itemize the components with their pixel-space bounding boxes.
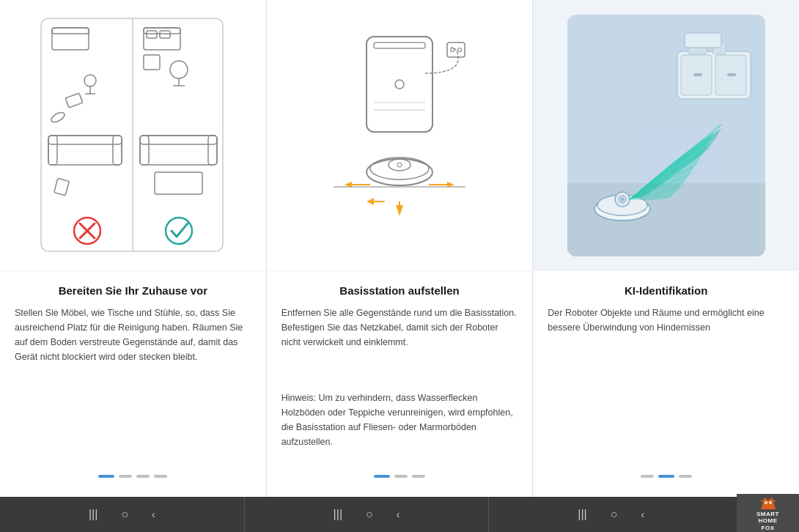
dot-3	[136, 475, 150, 478]
nav-back-icon[interactable]: ‹	[152, 509, 155, 520]
nav-menu-icon[interactable]: |||	[89, 508, 97, 521]
screen-2: Basisstation aufstellen Entfernen Sie al…	[267, 0, 534, 497]
svg-point-42	[397, 163, 402, 167]
screen-3-pagination	[548, 468, 784, 488]
nav-home-icon-2[interactable]: ○	[366, 508, 373, 521]
screen-3-title: KI-Identifikation	[548, 284, 784, 297]
dot-1	[641, 475, 654, 478]
svg-rect-31	[367, 37, 432, 132]
screen-3-text: Der Roboter Objekte und Räume und ermögl…	[548, 306, 784, 468]
screen-3-content: KI-Identifikation Der Roboter Objekte un…	[533, 271, 799, 497]
screen-1-title: Bereiten Sie Ihr Zuhause vor	[15, 284, 251, 297]
svg-point-38	[458, 48, 462, 51]
dot-active	[658, 475, 674, 478]
nav-back-icon-3[interactable]: ‹	[641, 509, 644, 520]
nav-section-1: ||| ○ ‹	[0, 497, 245, 532]
svg-rect-0	[41, 18, 223, 251]
svg-marker-50	[367, 198, 374, 205]
svg-point-33	[395, 80, 404, 89]
dot-active	[374, 475, 390, 478]
floorplan-illustration	[37, 15, 228, 256]
nav-home-icon-3[interactable]: ○	[611, 508, 618, 521]
svg-rect-58	[727, 73, 736, 76]
svg-point-67	[621, 198, 624, 201]
nav-bar: ||| ○ ‹ ||| ○ ‹ ||| ○ ‹ SMART HOME FOX	[0, 497, 799, 532]
screen-2-content: Basisstation aufstellen Entfernen Sie al…	[267, 271, 533, 497]
screen-1-text: Stellen Sie Möbel, wie Tische und Stühle…	[15, 306, 251, 468]
fox-icon	[757, 495, 779, 511]
svg-marker-48	[396, 205, 403, 216]
svg-point-75	[765, 501, 767, 504]
dot-3	[412, 475, 425, 478]
screens-container: Bereiten Sie Ihr Zuhause vor Stellen Sie…	[0, 0, 799, 497]
svg-point-40	[370, 158, 429, 180]
screen-3: KI-Identifikation Der Roboter Objekte un…	[533, 0, 799, 497]
nav-section-2: ||| ○ ‹	[245, 497, 490, 532]
svg-point-37	[451, 48, 454, 51]
screen-1-image	[0, 0, 266, 271]
screen-2-text: Entfernen Sie alle Gegenstände rund um d…	[281, 306, 518, 383]
screen-2-title: Basisstation aufstellen	[281, 284, 518, 297]
dot-2	[394, 475, 408, 478]
screen-2-image	[267, 0, 533, 271]
svg-point-76	[769, 501, 772, 504]
watermark: SMART HOME FOX	[737, 494, 799, 532]
dot-2	[119, 475, 132, 478]
screen-1: Bereiten Sie Ihr Zuhause vor Stellen Sie…	[0, 0, 267, 497]
screen-3-image	[533, 0, 799, 271]
svg-marker-74	[759, 498, 777, 509]
dot-4	[154, 475, 167, 478]
dot-3	[679, 475, 692, 478]
svg-point-41	[389, 159, 410, 171]
svg-rect-57	[693, 73, 702, 76]
ai-illustration	[567, 15, 765, 256]
screen-2-pagination	[281, 468, 518, 488]
nav-menu-icon-3[interactable]: |||	[578, 508, 586, 521]
nav-section-3: ||| ○ ‹ SMART HOME FOX	[489, 497, 799, 532]
svg-rect-62	[567, 15, 670, 191]
nav-back-icon-2[interactable]: ‹	[397, 509, 400, 520]
screen-1-pagination	[15, 468, 251, 488]
nav-menu-icon-2[interactable]: |||	[334, 508, 342, 521]
dot-1	[98, 475, 114, 478]
nav-home-icon[interactable]: ○	[121, 508, 128, 521]
svg-rect-61	[685, 33, 721, 48]
screen-1-content: Bereiten Sie Ihr Zuhause vor Stellen Sie…	[0, 271, 266, 497]
basestation-illustration	[312, 15, 487, 256]
screen-2-link: Hinweis: Um zu verhindern, dass Wasserfl…	[281, 391, 518, 468]
watermark-text: SMART HOME FOX	[756, 511, 779, 532]
svg-rect-32	[374, 43, 425, 48]
